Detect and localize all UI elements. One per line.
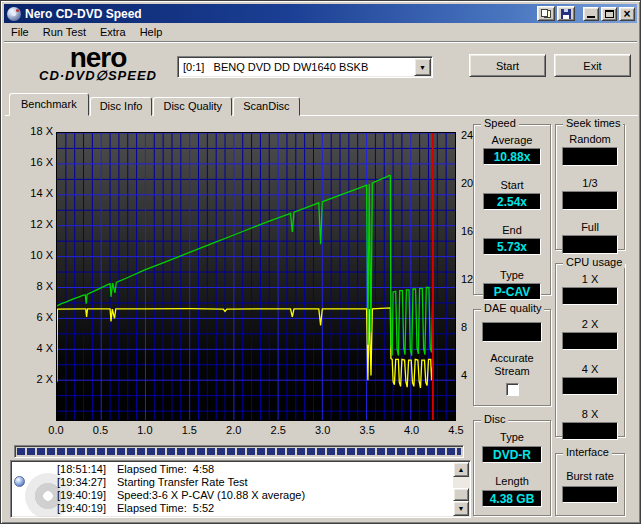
report-icon	[541, 9, 551, 18]
x-axis-tick-label: 1.0	[130, 424, 160, 436]
seek_times-value-random	[562, 147, 618, 166]
close-button[interactable]: ×	[619, 7, 635, 21]
tab-benchmark[interactable]: Benchmark	[9, 93, 89, 116]
log-scrollbar[interactable]: ▲ ▼	[453, 462, 469, 516]
seek_times-label-random: Random	[569, 133, 611, 145]
save-button[interactable]	[557, 6, 575, 21]
menu-extra[interactable]: Extra	[93, 24, 133, 40]
scroll-down-button[interactable]: ▼	[453, 501, 469, 516]
nero-logo-tagline: CD·DVD∅SPEED	[18, 69, 178, 83]
x-axis-tick-label: 0.0	[41, 424, 71, 436]
left-axis-tick-label: 6 X	[19, 311, 53, 323]
scroll-up-button[interactable]: ▲	[453, 462, 469, 477]
right-axis-tick-label: 16	[461, 225, 473, 237]
left-axis-tick-label: 18 X	[19, 125, 53, 137]
interface-label-burst-rate: Burst rate	[566, 470, 614, 482]
log-row-text: Starting Transfer Rate Test	[106, 476, 248, 489]
x-axis-tick-label: 4.5	[441, 424, 471, 436]
disc-group: Disc TypeDVD-RLength4.38 GB	[473, 420, 551, 516]
left-axis-tick-label: 10 X	[19, 249, 53, 261]
log-rows: [18:51:14]Elapsed Time: 4:58[19:34:27]St…	[12, 463, 453, 516]
window-title: Nero CD-DVD Speed	[25, 7, 142, 21]
start-button[interactable]: Start	[469, 54, 546, 77]
scroll-thumb[interactable]	[453, 488, 469, 501]
scroll-track[interactable]	[453, 477, 469, 501]
tab-disc-quality[interactable]: Disc Quality	[153, 97, 232, 116]
log-row-time: [19:40:19]	[12, 489, 106, 502]
chart-canvas	[57, 133, 455, 420]
speed-label-type: Type	[500, 269, 524, 281]
progress-bar	[14, 445, 464, 458]
left-axis-tick-label: 12 X	[19, 218, 53, 230]
seek_times-value-1-3	[562, 191, 618, 210]
cpu_usage-value-4-x	[562, 377, 618, 395]
nero-logo-wordmark: nero	[18, 47, 178, 69]
tab-scandisc[interactable]: ScanDisc	[233, 97, 299, 116]
interface-group: Interface Burst rate	[555, 453, 625, 516]
drive-select-dropdown-button[interactable]: ▼	[414, 58, 431, 76]
minimize-button[interactable]	[583, 7, 599, 21]
disc-label-length: Length	[495, 475, 529, 487]
x-axis-tick-label: 0.5	[85, 424, 115, 436]
menu-run-test[interactable]: Run Test	[36, 24, 93, 40]
titlebar: Nero CD-DVD Speed ×	[4, 4, 637, 23]
log-listbox[interactable]: [18:51:14]Elapsed Time: 4:58[19:34:27]St…	[10, 460, 471, 518]
tabstrip: BenchmarkDisc InfoDisc QualityScanDisc	[9, 93, 300, 116]
maximize-button[interactable]	[601, 7, 617, 21]
drive-select[interactable]: [0:1] BENQ DVD DD DW1640 BSKB ▼	[177, 56, 433, 78]
maximize-icon	[605, 10, 614, 18]
accurate-stream-label: Accurate Stream	[474, 352, 550, 378]
cpu_usage-value-2-x	[562, 332, 618, 350]
right-axis-tick-label: 24	[461, 129, 473, 141]
dae-quality-group-title: DAE quality	[481, 302, 544, 314]
x-axis-tick-label: 4.0	[397, 424, 427, 436]
left-axis-tick-label: 4 X	[19, 342, 53, 354]
x-axis-tick-label: 1.5	[174, 424, 204, 436]
log-row[interactable]: [19:40:19]Elapsed Time: 5:52	[12, 502, 453, 515]
speed-label-end: End	[502, 224, 522, 236]
minimize-icon	[587, 16, 595, 18]
log-row-time: [19:40:19]	[12, 502, 106, 515]
interface-value-burst-rate	[562, 486, 618, 503]
seek_times-label-full: Full	[581, 221, 599, 233]
close-icon: ×	[623, 9, 630, 19]
cpu-usage-group: CPU usage 1 X2 X4 X8 X	[555, 263, 625, 437]
exit-button[interactable]: Exit	[554, 54, 631, 77]
left-axis-tick-label: 2 X	[19, 373, 53, 385]
speed-label-start: Start	[500, 179, 523, 191]
disc-value-type: DVD-R	[482, 446, 542, 463]
left-axis-tick-label: 8 X	[19, 280, 53, 292]
disc-value-length: 4.38 GB	[482, 490, 542, 507]
dae-quality-value	[482, 322, 542, 342]
log-row-text: Speed:3-6 X P-CAV (10.88 X average)	[106, 489, 305, 502]
cpu_usage-value-8-x	[562, 422, 618, 440]
benchmark-chart	[56, 132, 456, 421]
speed-value-end: 5.73x	[483, 238, 541, 255]
accurate-stream-checkbox[interactable]	[506, 383, 519, 396]
app-window: Nero CD-DVD Speed × FileRun TestExtraHel…	[0, 0, 641, 524]
left-axis-tick-label: 14 X	[19, 187, 53, 199]
x-axis-tick-label: 2.5	[263, 424, 293, 436]
speed-group: Speed Average10.88xStart2.54xEnd5.73xTyp…	[473, 124, 551, 295]
x-axis-tick-label: 3.5	[352, 424, 382, 436]
menu-help[interactable]: Help	[133, 24, 170, 40]
speed-label-average: Average	[492, 134, 533, 146]
speed-value-average: 10.88x	[483, 148, 541, 165]
right-axis-tick-label: 20	[461, 177, 473, 189]
log-row[interactable]: [19:40:19]Speed:3-6 X P-CAV (10.88 X ave…	[12, 489, 453, 502]
nero-logo: nero CD·DVD∅SPEED	[18, 47, 178, 83]
speed-value-start: 2.54x	[483, 193, 541, 210]
menu-file[interactable]: File	[4, 24, 36, 40]
tab-disc-info[interactable]: Disc Info	[90, 97, 153, 116]
disc-label-type: Type	[500, 431, 524, 443]
drive-select-value: [0:1] BENQ DVD DD DW1640 BSKB	[178, 61, 414, 73]
seek_times-value-full	[562, 235, 618, 254]
right-axis-tick-label: 12	[461, 273, 473, 285]
dae-quality-group: DAE quality Accurate Stream	[473, 309, 551, 406]
log-row[interactable]: [19:34:27]Starting Transfer Rate Test	[12, 476, 453, 489]
report-button[interactable]	[537, 6, 555, 21]
app-disc-icon	[7, 7, 21, 21]
cpu_usage-label-4-x: 4 X	[582, 363, 599, 375]
right-axis-tick-label: 8	[461, 321, 467, 333]
log-row[interactable]: [18:51:14]Elapsed Time: 4:58	[12, 463, 453, 476]
